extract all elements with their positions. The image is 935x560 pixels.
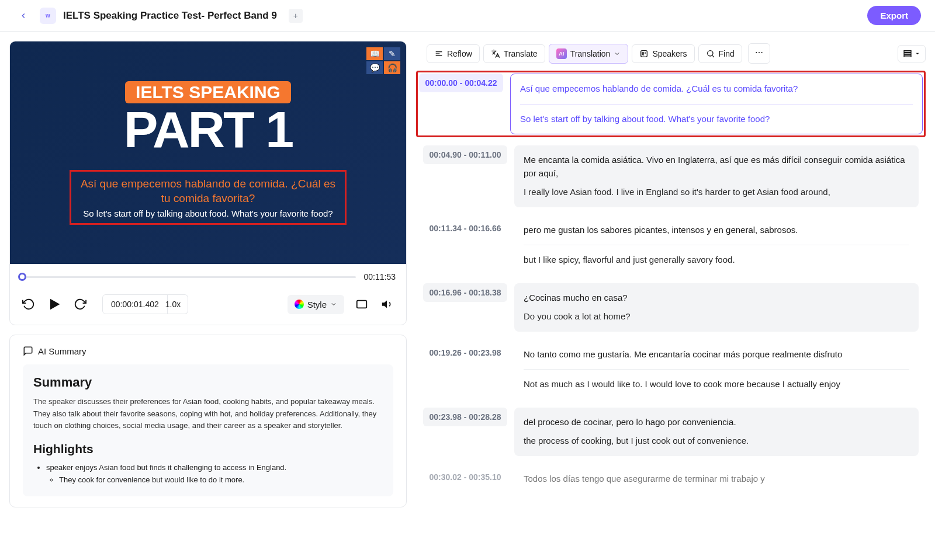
segment-body[interactable]: pero me gustan los sabores picantes, int… <box>514 219 919 272</box>
ai-summary-label: AI Summary <box>38 346 86 356</box>
ai-icon: AI <box>556 48 567 59</box>
translate-button[interactable]: Translate <box>483 44 545 63</box>
playback-rate[interactable]: 1.0x <box>158 294 188 314</box>
segment-es: Me encanta la comida asiática. Vivo en I… <box>524 154 909 180</box>
transcript-list: 00:00.00 - 00:04.22 Así que empecemos ha… <box>416 71 926 507</box>
subtitle-en: So let's start off by talking about food… <box>78 208 338 218</box>
translation-label: Translation <box>570 49 611 58</box>
duration-display: 00:11:53 <box>364 272 396 281</box>
segment-time[interactable]: 00:30.02 - 00:35.10 <box>423 468 507 486</box>
reflow-label: Reflow <box>447 49 472 58</box>
segment-time[interactable]: 00:16.96 - 00:18.38 <box>423 283 507 302</box>
timeline-handle[interactable] <box>18 273 26 281</box>
find-button[interactable]: Find <box>698 44 742 63</box>
reflow-button[interactable]: Reflow <box>427 44 480 63</box>
current-time-input[interactable]: 00:00:01.402 <box>102 294 168 314</box>
svg-point-12 <box>761 52 762 53</box>
svg-point-7 <box>642 52 644 54</box>
transcript-segment[interactable]: 00:30.02 - 00:35.10 Todos los días tengo… <box>416 464 926 494</box>
summary-heading: Summary <box>33 375 383 390</box>
svg-rect-14 <box>904 53 911 54</box>
search-icon <box>706 49 715 58</box>
rewind-button[interactable] <box>20 296 37 312</box>
segment-en: I really love Asian food. I live in Engl… <box>524 186 909 199</box>
transcript-segment[interactable]: 00:04.90 - 00:11.00 Me encanta la comida… <box>416 142 926 211</box>
page-title: IELTS Speaking Practice Test- Perfect Ba… <box>63 10 277 22</box>
transcript-segment[interactable]: 00:23.98 - 00:28.28 del proceso de cocin… <box>416 404 926 460</box>
svg-rect-6 <box>641 50 647 57</box>
segment-body[interactable]: No tanto como me gustaría. Me encantaría… <box>514 343 919 396</box>
view-mode-button[interactable] <box>898 45 926 62</box>
svg-rect-15 <box>904 55 911 57</box>
svg-point-8 <box>707 50 712 55</box>
style-label: Style <box>307 300 327 309</box>
segment-en: but I like spicy, flavorful and just gen… <box>524 245 909 267</box>
volume-button[interactable] <box>379 296 396 312</box>
svg-marker-16 <box>916 53 919 54</box>
back-button[interactable] <box>14 6 33 25</box>
video-part-label: PART 1 <box>124 100 292 159</box>
style-color-icon <box>295 300 304 309</box>
timeline-slider[interactable] <box>20 276 356 278</box>
segment-body[interactable]: Así que empecemos hablando de comida. ¿C… <box>510 74 923 134</box>
chevron-down-icon <box>614 50 621 57</box>
segment-es: Así que empecemos hablando de comida. ¿C… <box>520 82 913 96</box>
list-view-icon <box>903 49 912 58</box>
svg-rect-13 <box>904 50 911 52</box>
transcript-segment[interactable]: 00:11.34 - 00:16.66 pero me gustan los s… <box>416 215 926 275</box>
segment-es: pero me gustan los sabores picantes, int… <box>524 224 909 237</box>
subtitle-es: Así que empecemos hablando de comida. ¿C… <box>78 176 338 206</box>
svg-marker-0 <box>50 299 60 310</box>
segment-time[interactable]: 00:23.98 - 00:28.28 <box>423 408 507 426</box>
summary-icon <box>23 346 33 356</box>
highlight-subitem: They cook for convenience but would like… <box>59 475 244 484</box>
find-label: Find <box>719 49 735 58</box>
segment-body[interactable]: del proceso de cocinar, pero lo hago por… <box>514 408 919 456</box>
segment-time[interactable]: 00:11.34 - 00:16.66 <box>423 219 507 238</box>
export-button[interactable]: Export <box>867 6 921 25</box>
speakers-button[interactable]: Speakers <box>632 44 694 63</box>
forward-button[interactable] <box>72 296 88 312</box>
summary-text: The speaker discusses their preferences … <box>33 396 383 431</box>
transcript-segment[interactable]: 00:00.00 - 00:04.22 Así que empecemos ha… <box>416 71 926 137</box>
segment-es: No tanto como me gustaría. Me encantaría… <box>524 348 909 361</box>
segment-body[interactable]: Me encanta la comida asiática. Vivo en I… <box>514 145 919 207</box>
highlights-heading: Highlights <box>33 442 383 456</box>
svg-line-9 <box>712 55 714 57</box>
video-preview[interactable]: 📖 ✎ 💬 🎧 IELTS SPEAKING PART 1 Así que em… <box>10 41 406 264</box>
style-button[interactable]: Style <box>288 295 344 314</box>
segment-body[interactable]: ¿Cocinas mucho en casa? Do you cook a lo… <box>514 283 919 332</box>
play-button[interactable] <box>46 296 63 312</box>
transcript-segment[interactable]: 00:16.96 - 00:18.38 ¿Cocinas mucho en ca… <box>416 280 926 335</box>
transcript-segment[interactable]: 00:19.26 - 00:23.98 No tanto como me gus… <box>416 340 926 399</box>
more-icon <box>754 48 764 57</box>
translate-label: Translate <box>504 49 538 58</box>
segment-en: Not as much as I would like to. I would … <box>524 369 909 391</box>
add-tab-button[interactable]: + <box>289 9 303 23</box>
segment-body[interactable]: Todos los días tengo que asegurarme de t… <box>514 468 919 491</box>
chevron-down-icon <box>915 51 920 57</box>
svg-point-10 <box>756 52 757 53</box>
segment-time[interactable]: 00:00.00 - 00:04.22 <box>419 74 503 92</box>
video-badges: 📖 ✎ 💬 🎧 <box>366 47 400 74</box>
badge-headphones-icon: 🎧 <box>384 61 400 74</box>
segment-time[interactable]: 00:19.26 - 00:23.98 <box>423 343 507 362</box>
segment-es: ¿Cocinas mucho en casa? <box>524 291 909 305</box>
reflow-icon <box>434 49 444 58</box>
svg-marker-2 <box>382 301 387 308</box>
doc-type-icon: w <box>40 8 56 24</box>
badge-pen-icon: ✎ <box>384 47 400 60</box>
summary-panel: AI Summary Summary The speaker discusses… <box>9 335 407 507</box>
subtitle-overlay: Así que empecemos hablando de comida. ¿C… <box>70 170 347 225</box>
editor-toolbar: Reflow Translate AI Translation Speakers… <box>416 41 926 71</box>
speakers-label: Speakers <box>652 49 687 58</box>
svg-point-11 <box>759 52 760 53</box>
fullscreen-button[interactable] <box>354 296 370 312</box>
highlights-list: speaker enjoys Asian food but finds it c… <box>33 462 383 486</box>
video-panel: 📖 ✎ 💬 🎧 IELTS SPEAKING PART 1 Así que em… <box>9 41 407 325</box>
speakers-icon <box>639 49 649 58</box>
more-button[interactable] <box>748 43 770 64</box>
translation-button[interactable]: AI Translation <box>549 44 629 64</box>
segment-en: Do you cook a lot at home? <box>524 310 909 324</box>
segment-time[interactable]: 00:04.90 - 00:11.00 <box>423 145 507 164</box>
